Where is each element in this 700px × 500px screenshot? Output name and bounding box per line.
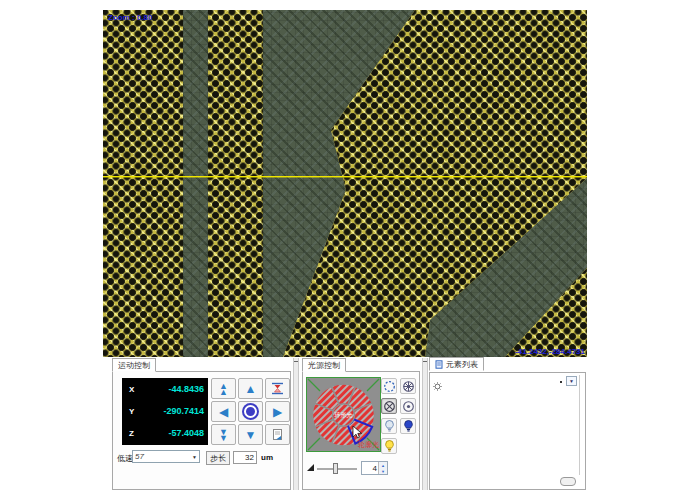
spin-down-button[interactable]: ▼: [379, 468, 387, 474]
dro-row-z: Z -57.4048: [122, 422, 208, 444]
jog-down-button[interactable]: ▼: [238, 424, 263, 445]
elements-scrollbar-thumb[interactable]: [560, 477, 576, 486]
elements-list-panel: ▼: [429, 372, 586, 490]
selected-segment-caption: 轮廓光: [358, 440, 379, 450]
cursor-position-readout: -41.2432,-284.4731: [515, 347, 585, 356]
zoom-readout: Zoom : 0.80: [108, 13, 152, 22]
panel-splitter-right[interactable]: [422, 358, 428, 490]
tab-light-label: 光源控制: [308, 360, 340, 371]
crosshair-line: [103, 176, 587, 177]
axis-y-value: -290.7414: [163, 406, 204, 416]
right-arrow-icon: ▶: [273, 406, 282, 418]
light-mode-buttons: [381, 378, 416, 454]
panel-splitter-left[interactable]: [293, 358, 299, 490]
stop-button[interactable]: [238, 401, 263, 422]
tab-motion-label: 运动控制: [118, 360, 150, 371]
tab-elements-list[interactable]: 元素列表: [429, 357, 484, 371]
axis-z-label: Z: [129, 429, 134, 438]
step-mode-button[interactable]: 步长: [206, 451, 230, 465]
ring-light-off-icon: [383, 380, 396, 393]
tab-light-control[interactable]: 光源控制: [302, 358, 346, 372]
goto-position-button[interactable]: [265, 424, 290, 445]
axis-x-value: -44.8436: [168, 384, 204, 394]
brightness-spinbox[interactable]: 4 ▲ ▼: [361, 461, 388, 475]
tab-motion-control[interactable]: 运动控制: [112, 358, 156, 372]
jog-right-button[interactable]: ▶: [265, 401, 290, 422]
jog-pad: ▲▲ ▲ ◀ ▶ ▼▼: [211, 378, 290, 445]
light-control-panel: 环形光 轮廓光: [302, 371, 420, 490]
backlight-button[interactable]: [381, 418, 397, 434]
ring-light-off-button[interactable]: [381, 378, 397, 394]
jog-left-button[interactable]: ◀: [211, 401, 236, 422]
bulb-off-icon: [384, 419, 395, 433]
spinner: ▲ ▼: [378, 462, 387, 474]
down-arrow-icon: ▼: [245, 429, 257, 441]
list-icon: [435, 360, 443, 369]
gear-icon: [433, 382, 442, 391]
step-unit-label: um: [261, 453, 273, 462]
speed-value: 57: [135, 452, 144, 461]
jog-up-button[interactable]: ▲: [238, 378, 263, 399]
double-up-arrow-icon: ▲▲: [219, 383, 228, 395]
stop-icon: [242, 403, 259, 420]
jog-down-fast-button[interactable]: ▼▼: [211, 424, 236, 445]
bulb-blue-icon: [403, 419, 414, 433]
camera-view[interactable]: Zoom : 0.80 -41.2432,-284.4731: [103, 10, 587, 357]
ring-light-8seg-button[interactable]: [400, 378, 416, 394]
axis-x-label: X: [129, 385, 134, 394]
autofocus-icon: [271, 382, 284, 395]
filter-gear-button[interactable]: [433, 377, 442, 395]
left-arrow-icon: ◀: [219, 406, 228, 418]
combo-arrow-icon: ▼: [569, 378, 574, 384]
ring-light-4seg-button[interactable]: [381, 398, 397, 414]
dro-coordinate-display: X -44.8436 Y -290.7414 Z -57.4048: [122, 378, 208, 445]
motion-control-panel: X -44.8436 Y -290.7414 Z -57.4048 ▲▲ ▲: [112, 371, 291, 490]
jog-up-fast-button[interactable]: ▲▲: [211, 378, 236, 399]
up-arrow-icon: ▲: [245, 383, 257, 395]
ring-center-label: 环形光: [335, 412, 353, 419]
mesh-trace-left: [103, 10, 183, 357]
step-size-value: 32: [245, 453, 254, 462]
brightness-value: 4: [362, 462, 378, 474]
axis-y-label: Y: [129, 407, 134, 416]
coaxial-light-button[interactable]: [400, 418, 416, 434]
dro-row-x: X -44.8436: [122, 378, 208, 400]
ring-light-single-button[interactable]: [400, 398, 416, 414]
elements-scrollbar-track[interactable]: [579, 375, 580, 475]
ring-light-selector[interactable]: 环形光 轮廓光: [306, 377, 381, 452]
list-dropdown-button[interactable]: ▼: [566, 376, 577, 386]
speed-dropdown[interactable]: 57 ▼: [132, 450, 200, 463]
dro-row-y: Y -290.7414: [122, 400, 208, 422]
dropdown-arrow-icon: ▼: [192, 454, 197, 460]
axis-z-value: -57.4048: [168, 428, 204, 438]
autofocus-button[interactable]: [265, 378, 290, 399]
brightness-slider-thumb[interactable]: [333, 463, 338, 474]
step-mode-label: 步长: [210, 453, 226, 464]
step-size-input[interactable]: 32: [233, 451, 257, 464]
ring-light-4seg-icon: [383, 400, 396, 413]
mesh-trace-second: [208, 10, 263, 357]
goto-position-icon: [271, 428, 284, 441]
list-marker: [560, 381, 562, 383]
brightness-min-icon: [307, 464, 314, 471]
double-down-arrow-icon: ▼▼: [219, 429, 228, 441]
surface-light-button[interactable]: [381, 438, 397, 454]
tab-elements-label: 元素列表: [446, 359, 478, 370]
ring-light-8seg-icon: [402, 380, 415, 393]
ring-light-single-icon: [402, 400, 415, 413]
bulb-yellow-icon: [384, 439, 395, 453]
